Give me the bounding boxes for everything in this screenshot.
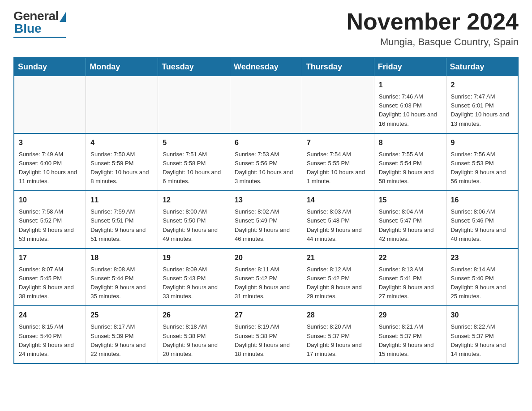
day-number: 11 <box>90 195 153 206</box>
day-info: Sunrise: 7:49 AMSunset: 6:00 PMDaylight:… <box>19 150 81 186</box>
day-number: 2 <box>451 80 513 90</box>
day-info: Sunrise: 8:11 AMSunset: 5:42 PMDaylight:… <box>235 265 297 301</box>
calendar-cell: 24Sunrise: 8:15 AMSunset: 5:40 PMDayligh… <box>14 306 86 364</box>
calendar-header-tuesday: Tuesday <box>158 57 230 76</box>
calendar-cell: 8Sunrise: 7:55 AMSunset: 5:54 PMDaylight… <box>374 133 446 191</box>
calendar-cell: 4Sunrise: 7:50 AMSunset: 5:59 PMDaylight… <box>86 133 158 191</box>
day-number: 23 <box>451 253 513 263</box>
day-info: Sunrise: 8:02 AMSunset: 5:49 PMDaylight:… <box>235 207 297 244</box>
calendar-header-saturday: Saturday <box>446 57 518 76</box>
day-info: Sunrise: 7:53 AMSunset: 5:56 PMDaylight:… <box>235 150 297 186</box>
day-number: 30 <box>451 310 513 321</box>
location-title: Mungia, Basque Country, Spain <box>347 36 519 48</box>
calendar-cell: 23Sunrise: 8:14 AMSunset: 5:40 PMDayligh… <box>446 248 518 306</box>
logo-blue-text: Blue <box>14 21 42 36</box>
day-number: 5 <box>163 137 225 148</box>
calendar-header-monday: Monday <box>86 57 158 76</box>
day-info: Sunrise: 8:15 AMSunset: 5:40 PMDaylight:… <box>19 322 81 359</box>
day-number: 7 <box>307 137 369 148</box>
calendar-cell: 13Sunrise: 8:02 AMSunset: 5:49 PMDayligh… <box>230 191 302 248</box>
calendar-cell: 11Sunrise: 7:59 AMSunset: 5:51 PMDayligh… <box>86 191 158 248</box>
calendar-cell: 14Sunrise: 8:03 AMSunset: 5:48 PMDayligh… <box>302 191 374 248</box>
calendar-cell: 12Sunrise: 8:00 AMSunset: 5:50 PMDayligh… <box>158 191 230 248</box>
day-number: 18 <box>90 253 153 263</box>
day-info: Sunrise: 7:55 AMSunset: 5:54 PMDaylight:… <box>379 150 442 186</box>
day-number: 27 <box>235 310 297 321</box>
calendar-header-friday: Friday <box>374 57 446 76</box>
day-info: Sunrise: 8:06 AMSunset: 5:46 PMDaylight:… <box>451 207 513 244</box>
day-number: 10 <box>19 195 81 206</box>
day-info: Sunrise: 7:54 AMSunset: 5:55 PMDaylight:… <box>307 150 369 186</box>
day-number: 20 <box>235 253 297 263</box>
calendar-cell: 16Sunrise: 8:06 AMSunset: 5:46 PMDayligh… <box>446 191 518 248</box>
calendar-cell: 17Sunrise: 8:07 AMSunset: 5:45 PMDayligh… <box>14 248 86 306</box>
day-number: 15 <box>379 195 442 206</box>
day-number: 14 <box>307 195 369 206</box>
month-title: November 2024 <box>347 9 519 34</box>
calendar-cell: 3Sunrise: 7:49 AMSunset: 6:00 PMDaylight… <box>14 133 86 191</box>
day-info: Sunrise: 8:19 AMSunset: 5:38 PMDaylight:… <box>235 322 297 359</box>
day-info: Sunrise: 8:22 AMSunset: 5:37 PMDaylight:… <box>451 322 513 359</box>
calendar-cell: 9Sunrise: 7:56 AMSunset: 5:53 PMDaylight… <box>446 133 518 191</box>
day-info: Sunrise: 8:18 AMSunset: 5:38 PMDaylight:… <box>163 322 225 359</box>
calendar-cell: 28Sunrise: 8:20 AMSunset: 5:37 PMDayligh… <box>302 306 374 364</box>
calendar-cell <box>14 76 86 133</box>
day-info: Sunrise: 7:47 AMSunset: 6:01 PMDaylight:… <box>451 92 513 128</box>
calendar-cell: 27Sunrise: 8:19 AMSunset: 5:38 PMDayligh… <box>230 306 302 364</box>
day-number: 3 <box>19 137 81 148</box>
day-info: Sunrise: 8:09 AMSunset: 5:43 PMDaylight:… <box>163 265 225 301</box>
day-info: Sunrise: 8:04 AMSunset: 5:47 PMDaylight:… <box>379 207 442 244</box>
calendar-cell: 30Sunrise: 8:22 AMSunset: 5:37 PMDayligh… <box>446 306 518 364</box>
day-info: Sunrise: 7:51 AMSunset: 5:58 PMDaylight:… <box>163 150 225 186</box>
calendar-cell: 26Sunrise: 8:18 AMSunset: 5:38 PMDayligh… <box>158 306 230 364</box>
calendar-week-row: 17Sunrise: 8:07 AMSunset: 5:45 PMDayligh… <box>14 248 518 306</box>
logo-triangle-icon <box>60 12 66 22</box>
day-number: 16 <box>451 195 513 206</box>
day-info: Sunrise: 8:08 AMSunset: 5:44 PMDaylight:… <box>90 265 153 301</box>
day-number: 24 <box>19 310 81 321</box>
calendar-cell: 18Sunrise: 8:08 AMSunset: 5:44 PMDayligh… <box>86 248 158 306</box>
calendar-cell <box>158 76 230 133</box>
calendar-cell: 2Sunrise: 7:47 AMSunset: 6:01 PMDaylight… <box>446 76 518 133</box>
day-number: 9 <box>451 137 513 148</box>
calendar-cell <box>230 76 302 133</box>
calendar-cell: 29Sunrise: 8:21 AMSunset: 5:37 PMDayligh… <box>374 306 446 364</box>
calendar-header-sunday: Sunday <box>14 57 86 76</box>
day-info: Sunrise: 8:03 AMSunset: 5:48 PMDaylight:… <box>307 207 369 244</box>
calendar-cell: 1Sunrise: 7:46 AMSunset: 6:03 PMDaylight… <box>374 76 446 133</box>
day-number: 22 <box>379 253 442 263</box>
calendar-week-row: 24Sunrise: 8:15 AMSunset: 5:40 PMDayligh… <box>14 306 518 364</box>
day-number: 25 <box>90 310 153 321</box>
calendar-cell: 22Sunrise: 8:13 AMSunset: 5:41 PMDayligh… <box>374 248 446 306</box>
day-info: Sunrise: 8:17 AMSunset: 5:39 PMDaylight:… <box>90 322 153 359</box>
logo: General Blue <box>13 9 66 38</box>
calendar-cell: 25Sunrise: 8:17 AMSunset: 5:39 PMDayligh… <box>86 306 158 364</box>
calendar-week-row: 3Sunrise: 7:49 AMSunset: 6:00 PMDaylight… <box>14 133 518 191</box>
day-number: 8 <box>379 137 442 148</box>
day-number: 1 <box>379 80 442 90</box>
header: General Blue November 2024 Mungia, Basqu… <box>13 9 519 48</box>
day-number: 28 <box>307 310 369 321</box>
day-number: 19 <box>163 253 225 263</box>
calendar-cell <box>86 76 158 133</box>
calendar-table: SundayMondayTuesdayWednesdayThursdayFrid… <box>13 57 519 364</box>
day-number: 6 <box>235 137 297 148</box>
day-info: Sunrise: 7:58 AMSunset: 5:52 PMDaylight:… <box>19 207 81 244</box>
calendar-cell: 5Sunrise: 7:51 AMSunset: 5:58 PMDaylight… <box>158 133 230 191</box>
calendar-week-row: 10Sunrise: 7:58 AMSunset: 5:52 PMDayligh… <box>14 191 518 248</box>
calendar-cell: 20Sunrise: 8:11 AMSunset: 5:42 PMDayligh… <box>230 248 302 306</box>
calendar-header-thursday: Thursday <box>302 57 374 76</box>
day-number: 4 <box>90 137 153 148</box>
day-number: 29 <box>379 310 442 321</box>
logo-underline <box>13 37 66 38</box>
calendar-header-wednesday: Wednesday <box>230 57 302 76</box>
day-info: Sunrise: 8:00 AMSunset: 5:50 PMDaylight:… <box>163 207 225 244</box>
calendar-cell: 10Sunrise: 7:58 AMSunset: 5:52 PMDayligh… <box>14 191 86 248</box>
calendar-cell: 6Sunrise: 7:53 AMSunset: 5:56 PMDaylight… <box>230 133 302 191</box>
day-info: Sunrise: 8:13 AMSunset: 5:41 PMDaylight:… <box>379 265 442 301</box>
day-number: 26 <box>163 310 225 321</box>
calendar-cell: 19Sunrise: 8:09 AMSunset: 5:43 PMDayligh… <box>158 248 230 306</box>
calendar-cell <box>302 76 374 133</box>
calendar-week-row: 1Sunrise: 7:46 AMSunset: 6:03 PMDaylight… <box>14 76 518 133</box>
day-info: Sunrise: 8:12 AMSunset: 5:42 PMDaylight:… <box>307 265 369 301</box>
